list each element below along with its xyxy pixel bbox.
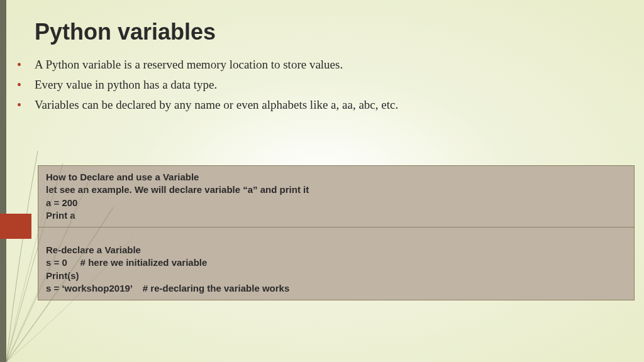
code-box-declare: How to Declare and use a Variable let se… [38, 165, 635, 228]
code-line: s = ‘workshop2019’ # re-declaring the va… [46, 282, 626, 295]
code-line: How to Declare and use a Variable [46, 171, 626, 184]
code-line: s = 0 # here we initialized variable [46, 256, 626, 269]
accent-square [0, 214, 31, 239]
code-line: Re-declare a Variable [46, 244, 626, 256]
spacer [46, 233, 626, 244]
code-line: a = 200 [46, 197, 626, 209]
code-line: Print a [46, 209, 626, 222]
bullet-item: Variables can be declared by any name or… [16, 98, 644, 112]
slide-content: Python variables A Python variable is a … [0, 0, 644, 112]
slide-title: Python variables [35, 19, 644, 45]
code-boxes-container: How to Declare and use a Variable let se… [38, 165, 635, 300]
bullet-item: Every value in python has a data type. [16, 78, 644, 92]
bullet-item: A Python variable is a reserved memory l… [16, 58, 644, 72]
code-box-redeclare: Re-declare a Variable s = 0 # here we in… [38, 228, 635, 300]
code-line: let see an example. We will declare vari… [46, 184, 626, 196]
bullet-list: A Python variable is a reserved memory l… [16, 58, 644, 112]
code-line: Print(s) [46, 270, 626, 282]
